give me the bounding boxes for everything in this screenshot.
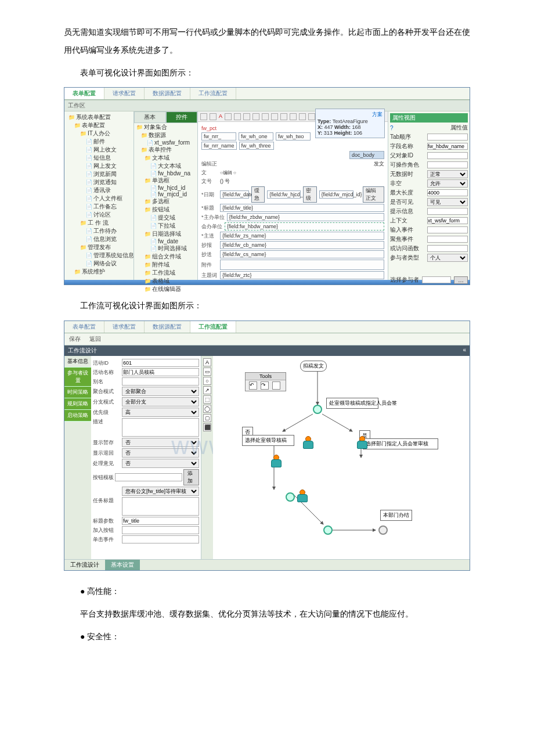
fld[interactable]: {field:fw_mjcd_id} (319, 190, 354, 199)
person-icon[interactable] (271, 455, 282, 467)
tool-icon[interactable] (262, 113, 269, 120)
tool-icon[interactable]: A (219, 113, 222, 120)
tab-request-config[interactable]: 请求配置 (104, 321, 145, 333)
save-button[interactable]: 保存 (69, 336, 81, 342)
ctrl-tab-basic[interactable]: 基本 (134, 111, 166, 123)
fld[interactable]: {field:fw_ztc} (220, 271, 384, 279)
opinion-select[interactable]: 否 (122, 459, 199, 468)
tab-workflow-config[interactable]: 工作流配置 (190, 321, 236, 333)
palette-tool[interactable]: ⬛ (203, 423, 211, 431)
agg-select[interactable]: 全部聚合 (122, 387, 199, 396)
tree-item[interactable]: 信息浏览 (66, 235, 132, 243)
tab-form-config[interactable]: 表单配置 (64, 321, 104, 333)
tool-icon[interactable] (243, 113, 250, 120)
bottom-tab-basic-settings[interactable]: 基本设置 (105, 560, 140, 570)
ctrl-date[interactable]: 日期选择域 (134, 230, 197, 238)
wf-gateway[interactable] (323, 525, 333, 535)
click-event-input[interactable] (122, 535, 199, 543)
canvas-field[interactable]: fw_nrr_ (201, 132, 236, 141)
palette-tool[interactable]: ↗ (203, 386, 211, 394)
tab-form-config[interactable]: 表单配置 (64, 88, 104, 99)
desc-textarea[interactable] (122, 418, 199, 437)
ctrl-item[interactable]: fw_date (134, 238, 197, 244)
tree-root[interactable]: 系统表单配置 (66, 113, 132, 121)
palette-tool[interactable]: A (203, 358, 211, 366)
tree-form-config[interactable]: 表单配置 (66, 121, 132, 129)
fld[interactable]: {field:fw_hjcd_id} (267, 190, 301, 199)
ctrl-item[interactable]: 时间选择域 (134, 244, 197, 253)
fld[interactable]: {field:fw_zs_name} (220, 232, 384, 240)
tool-icon[interactable] (234, 113, 241, 120)
prop-input[interactable] (427, 161, 468, 168)
tree-item[interactable]: 浏览通知 (66, 178, 132, 186)
add-btn-input[interactable] (122, 526, 199, 534)
ctrl-root[interactable]: 对象集合 (134, 123, 197, 131)
ctrl-radio[interactable]: 单选框 (134, 177, 197, 185)
undo-icon[interactable]: ↶ (249, 381, 257, 390)
tab-datasource-config[interactable]: 数据源配置 (145, 321, 190, 333)
person-icon[interactable] (297, 489, 308, 502)
prop-input[interactable] (427, 189, 468, 196)
fld[interactable]: {field:fw_cb_name} (220, 241, 384, 249)
fld[interactable]: {field:fw_cs_name} (220, 250, 384, 258)
tree-workflow[interactable]: 工 作 流 (66, 219, 132, 227)
prop-input[interactable] (427, 152, 468, 159)
ctrl-datasource[interactable]: 数据源 (134, 131, 197, 139)
prop-input[interactable] (422, 276, 451, 283)
control-tree[interactable]: 基本 控件 对象集合 数据源 xt_wsfw_form 表单控件 文本域 大文本… (134, 111, 198, 280)
canvas-field[interactable]: fw_wh_two (276, 132, 311, 141)
tree-sys-maintain[interactable]: 系统维护 (66, 268, 132, 276)
tree-publish[interactable]: 管理发布 (66, 243, 132, 251)
prop-input[interactable] (427, 217, 468, 224)
split-select[interactable]: 全部分支 (122, 397, 199, 406)
alias-input[interactable] (122, 377, 199, 386)
tool-icon[interactable] (225, 113, 232, 120)
bottom-tab-wf-design[interactable]: 工作流设计 (64, 560, 105, 570)
tree-item[interactable]: 邮件 (66, 138, 132, 146)
show-back-select[interactable]: 否 (122, 448, 199, 458)
canvas-field[interactable]: fw_wh_one (239, 132, 273, 141)
ctrl-button[interactable]: 按钮域 (134, 206, 197, 214)
wf-node[interactable]: 选择部门指定人员会签审核 (363, 438, 438, 449)
tree-item[interactable]: 工作待办 (66, 227, 132, 235)
person-icon[interactable] (303, 436, 313, 449)
help-icon[interactable]: ? (390, 125, 394, 131)
palette-tool[interactable]: ▭ (203, 368, 211, 376)
side-tab-participant[interactable]: 参与者设置 (64, 368, 91, 387)
wf-node[interactable]: 选择处室领导核稿 (242, 435, 294, 446)
fld[interactable]: {field:fw_date} (220, 190, 249, 199)
prop-input[interactable] (427, 143, 468, 150)
redo-icon[interactable]: ↷ (261, 381, 269, 390)
wf-gateway[interactable] (313, 405, 322, 414)
browse-button[interactable]: … (454, 276, 468, 284)
btn-edit-body[interactable]: 编辑正文 (363, 186, 384, 203)
ctrl-wf-field[interactable]: 工作流域 (134, 269, 197, 277)
nav-tree[interactable]: 系统表单配置 表单配置 IT人办公 邮件 网上收文 短信息 网上发文 浏览新闻 … (64, 111, 134, 280)
tab-workflow-config[interactable]: 工作流配置 (190, 88, 236, 99)
prop-input[interactable] (427, 245, 468, 252)
ctrl-item[interactable]: 提交域 (134, 214, 197, 222)
ctrl-item[interactable]: 大文本域 (134, 162, 197, 170)
show-save-select[interactable]: 否 (122, 438, 199, 447)
ctrl-table[interactable]: 表格域 (134, 277, 197, 285)
tab-datasource-config[interactable]: 数据源配置 (145, 88, 190, 99)
tree-item[interactable]: 管理系统短信息 (66, 251, 132, 260)
canvas-field[interactable]: fw_wh_three (239, 142, 274, 150)
activity-id-input[interactable] (122, 359, 199, 367)
tree-item[interactable]: 讨论区 (66, 211, 132, 219)
ctrl-editor[interactable]: 在线编辑器 (134, 285, 197, 293)
btn-secret[interactable]: 密级 (303, 186, 316, 203)
side-tab-rule[interactable]: 规则策略 (64, 398, 91, 410)
tree-item[interactable]: 网络会议 (66, 260, 132, 268)
tool-icon[interactable] (271, 113, 278, 120)
side-tab-start[interactable]: 启动策略 (64, 410, 91, 422)
tree-it-office[interactable]: IT人办公 (66, 129, 132, 138)
tree-item[interactable]: 个人文件框 (66, 195, 132, 203)
tool-icon[interactable] (210, 113, 217, 120)
ctrl-item[interactable]: fw_mjcd_id (134, 191, 197, 197)
priority-select[interactable]: 高 (122, 408, 199, 417)
ctrl-item[interactable]: 下拉域 (134, 222, 197, 230)
fld[interactable] (220, 260, 384, 270)
tree-item[interactable]: 浏览新闻 (66, 170, 132, 178)
title-param-input[interactable] (122, 517, 199, 525)
